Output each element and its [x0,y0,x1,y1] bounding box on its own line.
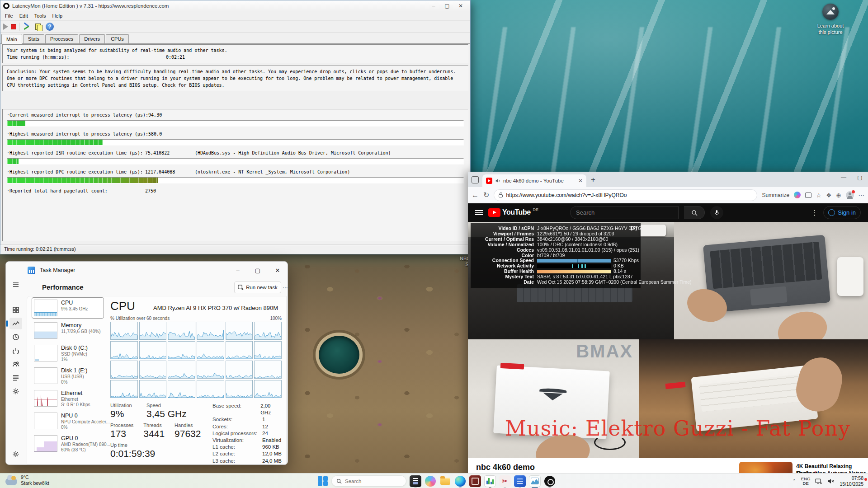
sidebar-item-ethernet[interactable]: EthernetEthernetS: 0 R: 0 Kbps [32,388,104,409]
youtube-search-input[interactable] [576,209,673,216]
youtube-search-box[interactable] [570,206,679,219]
task-manager-titlebar[interactable]: Task Manager – ▢ ✕ [6,262,288,279]
menu-edit[interactable]: Edit [17,12,31,19]
tab-close-icon[interactable]: ✕ [578,178,583,184]
youtube-menu-icon[interactable] [475,210,483,215]
taskbar-app-edge[interactable] [454,475,466,487]
taskbar-app-copilot[interactable] [425,475,436,487]
taskbar-app-snipping-tool[interactable]: ✂ [499,475,511,487]
ethernet-mini-chart [34,390,57,407]
sidebar-item-memory[interactable]: Memory11,7/29,6 GB (40%) [32,320,104,341]
taskbar-clock[interactable]: 07:58 15/10/2025 [840,475,863,487]
copilot-icon[interactable] [794,192,801,198]
profile-avatar[interactable] [846,191,854,199]
taskbar-app-blue[interactable] [514,475,526,487]
browser-menu-icon[interactable]: ⋯ [859,192,865,199]
nav-details-icon[interactable] [9,372,22,384]
video-id-value: J-x8HPyQROo / GSG6 BAGJ EZXG H6YV 0DYG [537,226,642,231]
voice-search-icon[interactable] [710,206,723,219]
nav-processes-icon[interactable] [9,304,22,316]
sign-in-button[interactable]: Sign in [823,206,861,219]
help-icon[interactable]: ? [46,23,54,31]
box-brand-text: BMAX [576,341,633,361]
stop-monitor-button[interactable] [11,24,16,29]
maximize-button[interactable]: ▢ [248,267,268,274]
more-options-button[interactable]: ... [283,282,288,290]
nav-performance-icon[interactable] [9,318,22,329]
minimize-button[interactable]: — [835,172,852,183]
taskbar-app-camera[interactable] [544,475,556,487]
menu-file[interactable]: File [2,12,16,19]
taskbar-app-task-manager[interactable] [529,475,541,487]
new-tab-button[interactable]: + [591,175,595,184]
tab-audio-icon[interactable] [495,178,500,183]
sidebar-item-cpu[interactable]: CPU9% 3,45 GHz [32,297,104,319]
extensions-icon[interactable]: ❖ [826,192,831,199]
summarize-button[interactable]: Summarize [762,192,789,198]
menu-tools[interactable]: Tools [32,12,49,19]
maximize-button[interactable]: ▢ [852,172,868,183]
tab-actions-icon[interactable] [472,176,479,183]
taskbar-app-store[interactable] [469,475,481,487]
favorites-star-icon[interactable]: ☆ [816,192,821,199]
lock-icon[interactable] [499,194,503,197]
latencymon-titlebar[interactable]: LatencyMon (Home Edition ) v 7.31 - http… [0,0,470,11]
tab-main[interactable]: Main [1,34,22,44]
per-core-utilization-grid[interactable] [110,322,282,398]
copy-report-icon[interactable] [34,23,43,31]
sidebar-item-disk0[interactable]: Disk 0 (C:)SSD (NVMe)1% [32,343,104,364]
settings-gear-icon[interactable] [9,448,22,460]
nav-menu-icon[interactable] [9,279,22,291]
nav-services-icon[interactable] [9,385,22,397]
utilization-label: Utilization [110,403,137,408]
taskbar-search-input[interactable] [345,479,395,484]
sidebar-item-disk1[interactable]: Disk 1 (E:)USB (USB)0% [32,365,104,386]
sidebar-item-npu0[interactable]: NPU 0NPU Compute Acceler...0% [32,410,104,432]
taskbar-app-file-explorer[interactable] [439,475,451,487]
address-bar[interactable] [494,189,757,201]
youtube-search-button[interactable] [684,206,705,219]
core-utilization-chart [168,322,195,340]
tab-processes[interactable]: Processes [45,34,78,43]
browser-tab[interactable]: nbc 4k60 demo - YouTube ✕ [482,174,586,187]
refresh-button[interactable]: ↻ [483,191,489,199]
video-player[interactable]: BMAX Music: Elektro Guzzi - Fat Pony [X]… [468,222,868,458]
back-button[interactable]: ← [472,191,479,199]
split-screen-icon[interactable] [805,192,811,198]
language-indicator[interactable]: ENG DE [801,477,811,486]
url-input[interactable] [506,192,752,198]
run-new-task-button[interactable]: Run new task [234,282,281,293]
tray-overflow-chevron[interactable]: ⌃ [792,479,796,483]
nav-app-history-icon[interactable] [9,331,22,343]
processes-value: 173 [110,428,133,439]
close-button[interactable]: ✕ [454,1,467,10]
nav-users-icon[interactable] [9,358,22,370]
options-icon[interactable] [22,23,31,31]
close-button[interactable]: ✕ [268,267,288,274]
cores-value: 12 [262,423,268,430]
tab-cpus[interactable]: CPUs [106,34,129,43]
volume-muted-icon[interactable] [827,478,835,484]
minimize-button[interactable]: – [427,1,440,10]
stats-for-nerds-overlay[interactable]: [X] Video ID / sCPNJ-x8HPyQROo / GSG6 BA… [471,223,641,288]
spotlight-icon[interactable] [822,4,839,20]
youtube-logo[interactable]: YouTube DE [488,208,538,217]
maximize-button[interactable]: ▢ [440,1,454,10]
nav-startup-apps-icon[interactable] [9,345,22,357]
taskbar-weather-widget[interactable]: 9°C Stark bewölkt [5,474,49,486]
spotlight-widget[interactable]: Learn about this picture [806,4,855,35]
start-monitor-button[interactable] [3,23,8,30]
collections-icon[interactable]: ⊕ [836,192,841,199]
taskbar-app-latencymon[interactable] [484,475,496,487]
stats-close-button[interactable]: [X] [631,225,637,230]
menu-help[interactable]: Help [49,12,65,19]
youtube-settings-kebab-icon[interactable]: ⋮ [811,209,818,217]
tab-drivers[interactable]: Drivers [79,34,105,43]
tab-stats[interactable]: Stats [23,34,44,43]
network-icon[interactable] [815,478,822,484]
minimize-button[interactable]: – [228,267,248,274]
taskbar-search-box[interactable] [331,475,406,487]
start-button[interactable] [317,476,328,487]
sidebar-item-gpu0[interactable]: GPU 0AMD Radeon(TM) 890...60% (38 °C) [32,433,104,454]
taskbar-app-notepad[interactable] [410,475,421,487]
